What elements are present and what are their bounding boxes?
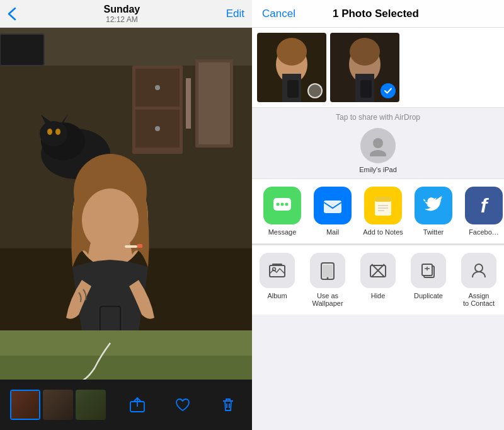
svg-rect-9: [186, 78, 191, 129]
contact-label: Assignto Contact: [463, 292, 495, 307]
svg-rect-50: [324, 200, 341, 213]
svg-point-8: [155, 126, 160, 131]
favorite-button[interactable]: [169, 391, 197, 419]
hide-label: Hide: [371, 292, 386, 299]
svg-point-61: [327, 277, 329, 279]
airdrop-section: Tap to share with AirDrop Emily's iPad: [252, 108, 504, 178]
photo-scene: [0, 28, 252, 380]
main-photo-view: [0, 28, 252, 380]
twitter-label: Twitter: [423, 228, 444, 236]
airdrop-label: Tap to share with AirDrop: [262, 113, 494, 122]
action-contact[interactable]: Assignto Contact: [454, 253, 504, 307]
notes-label: Add to Notes: [363, 228, 403, 236]
album-label: Album: [267, 292, 287, 299]
action-wallpaper[interactable]: Use asWallpaper: [302, 253, 353, 307]
svg-rect-27: [125, 245, 137, 248]
svg-point-15: [40, 121, 67, 146]
thumbnail-1[interactable]: [10, 390, 40, 420]
share-button[interactable]: [123, 391, 151, 419]
share-actions-row: Album Use asWallpaper: [252, 245, 504, 315]
action-hide[interactable]: Hide: [353, 253, 403, 307]
notes-icon: [364, 187, 402, 224]
svg-point-44: [370, 150, 386, 156]
photo-svg: [0, 28, 252, 380]
action-album[interactable]: Album: [252, 253, 302, 307]
share-app-notes[interactable]: Add to Notes: [358, 187, 408, 236]
cancel-button[interactable]: Cancel: [262, 8, 295, 20]
share-app-mail[interactable]: Mail: [307, 187, 358, 236]
wallpaper-icon: [310, 253, 345, 288]
contact-icon: [461, 253, 496, 288]
svg-rect-12: [198, 62, 230, 144]
svg-rect-3: [0, 34, 44, 66]
svg-rect-60: [323, 265, 333, 277]
share-apps-row: Message Mail: [252, 187, 504, 236]
share-title: 1 Photo Selected: [333, 8, 419, 20]
action-duplicate[interactable]: Duplicate: [403, 253, 454, 307]
svg-point-19: [55, 129, 60, 135]
message-icon: [263, 187, 301, 224]
thumb-1-check: [307, 83, 323, 98]
airdrop-devices: Emily's iPad: [262, 128, 494, 173]
thumb-image-1: [10, 390, 40, 420]
mail-icon: [314, 187, 352, 224]
svg-rect-28: [137, 244, 142, 248]
svg-point-34: [277, 38, 307, 66]
thumb-image-2: [43, 390, 73, 420]
photo-date-title: Sunday: [103, 4, 140, 15]
back-button[interactable]: [8, 7, 18, 21]
share-thumb-1[interactable]: [257, 33, 326, 102]
edit-button[interactable]: Edit: [226, 8, 244, 20]
svg-point-48: [281, 203, 284, 206]
svg-point-49: [285, 203, 289, 206]
album-icon: [260, 253, 295, 288]
svg-rect-26: [0, 356, 252, 380]
svg-point-22: [82, 189, 139, 252]
share-app-facebook[interactable]: f Facebo…: [459, 187, 504, 236]
svg-point-69: [475, 264, 483, 272]
thumbnails-row: [10, 390, 106, 420]
message-label: Message: [268, 228, 297, 236]
thumbnail-3[interactable]: [76, 390, 106, 420]
svg-rect-52: [375, 197, 391, 202]
top-bar-center: Sunday 12:12 AM: [103, 4, 140, 24]
duplicate-icon: [411, 253, 446, 288]
svg-point-47: [277, 203, 280, 206]
thumb-2-check: [381, 83, 396, 98]
thumbnail-2[interactable]: [43, 390, 73, 420]
wallpaper-label: Use asWallpaper: [312, 292, 343, 307]
top-bar: Sunday 12:12 AM Edit: [0, 0, 252, 28]
share-apps-section: Message Mail: [252, 178, 504, 244]
share-app-twitter[interactable]: Twitter: [408, 187, 459, 236]
left-panel: Sunday 12:12 AM Edit: [0, 0, 252, 430]
share-header: Cancel 1 Photo Selected: [252, 0, 504, 28]
svg-rect-36: [287, 80, 299, 98]
hide-icon: [360, 253, 396, 288]
facebook-icon: f: [465, 187, 503, 224]
svg-rect-57: [272, 264, 282, 265]
delete-button[interactable]: [214, 391, 242, 419]
photo-time-subtitle: 12:12 AM: [106, 15, 138, 24]
svg-point-58: [273, 268, 276, 271]
right-panel: Cancel 1 Photo Selected: [252, 0, 504, 430]
airdrop-device-ipad[interactable]: Emily's iPad: [359, 128, 397, 173]
duplicate-label: Duplicate: [414, 292, 443, 299]
airdrop-device-name: Emily's iPad: [359, 166, 397, 173]
twitter-icon: [415, 187, 452, 224]
airdrop-avatar: [360, 128, 396, 163]
share-photos-row: [252, 28, 504, 108]
mail-label: Mail: [326, 228, 339, 236]
facebook-label: Facebo…: [469, 228, 499, 236]
thumb-image-3: [76, 390, 106, 420]
svg-point-18: [47, 129, 52, 135]
share-actions-section: Album Use asWallpaper: [252, 245, 504, 430]
bottom-strip: [0, 380, 252, 430]
svg-point-7: [155, 85, 160, 90]
share-thumb-2[interactable]: [330, 33, 399, 102]
svg-point-43: [373, 138, 383, 148]
share-app-message[interactable]: Message: [257, 187, 307, 236]
